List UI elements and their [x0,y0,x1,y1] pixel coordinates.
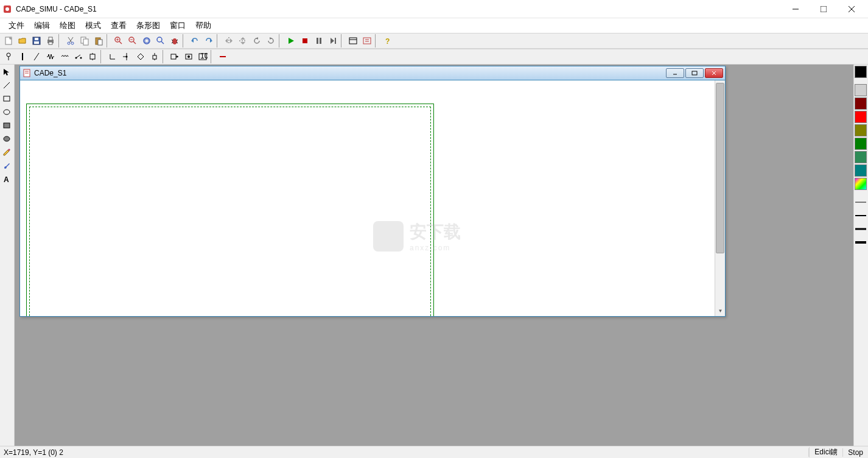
stop-icon[interactable] [298,34,312,48]
menu-window[interactable]: 窗口 [165,18,191,33]
lineweight-3[interactable] [855,223,867,235]
color-maroon[interactable] [855,97,867,110]
menu-draw[interactable]: 绘图 [55,18,80,33]
junction-icon[interactable] [85,50,99,63]
help-icon[interactable]: ? [380,34,394,48]
svg-point-65 [80,57,82,59]
brush-icon[interactable] [1,160,13,172]
color-olive[interactable] [855,124,867,136]
pencil-icon[interactable] [1,146,13,158]
svg-point-33 [172,38,177,44]
play-icon[interactable] [284,34,298,48]
zoom-out-icon[interactable] [125,34,139,48]
minimize-button[interactable] [782,1,810,18]
color-red[interactable] [855,111,867,123]
svg-line-23 [119,41,122,44]
minus-line-icon[interactable] [215,50,229,63]
color-multi[interactable] [855,178,867,190]
pointer-icon[interactable] [1,66,13,78]
maximize-button[interactable] [810,1,838,18]
box-dot-icon[interactable] [181,50,195,63]
child-close-button[interactable] [705,68,723,78]
status-mode: Edici鐪 [809,447,842,457]
svg-rect-98 [692,71,697,75]
resistor-icon[interactable] [43,50,57,63]
save-icon[interactable] [29,34,43,48]
pin-icon[interactable] [1,50,15,63]
undo-icon[interactable] [187,34,201,48]
t-junction-icon[interactable] [119,50,133,63]
print-icon[interactable] [43,34,57,48]
menu-help[interactable]: 帮助 [191,18,216,33]
filled-rect-icon[interactable] [1,119,13,132]
filled-ellipse-icon[interactable] [1,133,13,145]
status-state: Stop [842,448,868,457]
color-seagreen[interactable] [855,151,867,163]
window-tool-icon[interactable] [346,34,360,48]
canvas[interactable]: 安下载 anxz.com [20,80,715,316]
cut-icon[interactable] [63,34,77,48]
svg-rect-87 [4,96,10,101]
rectangle-icon[interactable] [1,93,13,105]
lineweight-1[interactable] [855,196,867,208]
svg-marker-44 [240,42,245,44]
svg-point-31 [157,37,162,42]
ellipse-icon[interactable] [1,106,13,118]
menu-bar[interactable]: 条形图 [131,18,165,33]
mirror-h-icon[interactable] [222,34,236,48]
text-icon[interactable]: A [1,173,13,185]
zoom-in-icon[interactable] [111,34,125,48]
angle-icon[interactable] [105,50,119,63]
menu-view[interactable]: 查看 [106,18,131,33]
menu-file[interactable]: 文件 [4,18,29,33]
pause-icon[interactable] [312,34,326,48]
svg-marker-73 [138,54,144,60]
svg-rect-49 [303,38,307,43]
svg-marker-41 [230,38,233,43]
box-arrow-icon[interactable] [167,50,181,63]
line-icon[interactable] [1,79,13,91]
child-maximize-button[interactable] [685,68,704,78]
svg-rect-56 [363,38,371,44]
lineweight-4[interactable] [855,236,867,248]
coil-icon[interactable] [57,50,71,63]
lineweight-2[interactable] [855,210,867,222]
menu-mode[interactable]: 模式 [80,18,106,33]
redo-icon[interactable] [201,34,215,48]
mirror-v-icon[interactable] [236,34,250,48]
diamond-icon[interactable] [133,50,147,63]
copy-icon[interactable] [77,34,91,48]
svg-rect-9 [34,41,39,44]
svg-marker-40 [225,38,228,43]
step-icon[interactable] [326,34,340,48]
vertical-line-icon[interactable] [15,50,29,63]
color-black[interactable] [855,66,867,78]
color-green[interactable] [855,138,867,150]
close-button[interactable] [838,1,866,18]
svg-line-86 [4,82,10,88]
color-teal[interactable] [855,164,867,177]
new-file-icon[interactable] [1,34,15,48]
rotate-right-icon[interactable] [264,34,278,48]
document-icon [22,68,32,78]
app-title: CADe_SIMU - CADe_S1 [16,5,782,13]
vertical-scrollbar[interactable]: ▲ ▼ [715,80,725,316]
numbered-box-icon[interactable]: 10 [195,50,209,63]
child-minimize-button[interactable] [666,68,684,78]
color-gray[interactable] [855,84,867,96]
switch-icon[interactable] [71,50,85,63]
scroll-down-icon[interactable]: ▼ [715,306,726,316]
node-icon[interactable] [147,50,161,63]
menu-edit[interactable]: 编辑 [29,18,55,33]
diagonal-line-icon[interactable] [29,50,43,63]
bug-icon[interactable] [167,34,181,48]
scroll-thumb[interactable] [716,83,724,253]
paste-icon[interactable] [91,34,105,48]
zoom-fit-icon[interactable] [139,34,153,48]
open-icon[interactable] [15,34,29,48]
find-icon[interactable] [153,34,167,48]
child-titlebar[interactable]: CADe_S1 [20,66,725,80]
sim-config-icon[interactable] [360,34,374,48]
svg-point-60 [7,53,10,57]
rotate-left-icon[interactable] [250,34,264,48]
